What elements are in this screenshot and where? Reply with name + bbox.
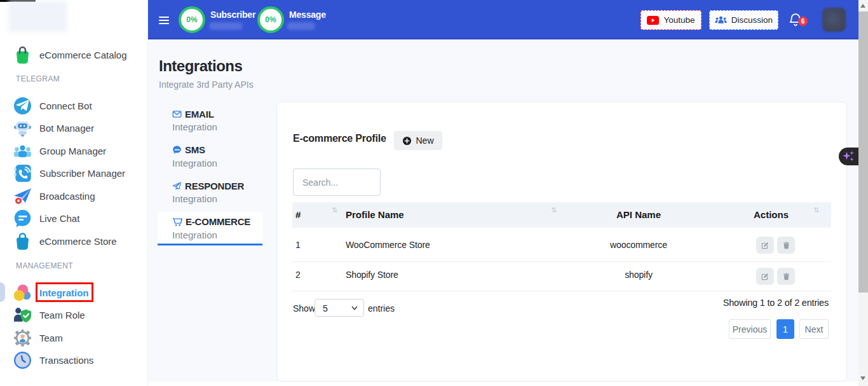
svg-text:SMS: SMS [174,148,180,151]
